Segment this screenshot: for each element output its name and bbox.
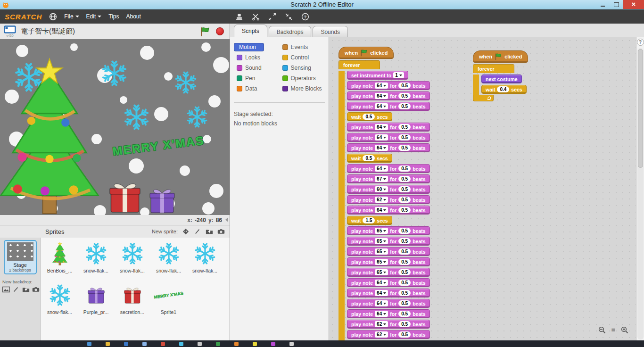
play-note-block[interactable]: play note64for0.5beats (347, 289, 430, 297)
play-note-block[interactable]: play note64for0.5beats (347, 299, 430, 308)
taskbar-icon[interactable] (289, 342, 294, 346)
forever-block[interactable]: forever set instrument to1play note64for… (339, 60, 430, 340)
purple-gift-sprite[interactable] (148, 186, 176, 215)
language-globe-icon[interactable] (49, 13, 57, 21)
secs-input[interactable]: 0.4 (497, 86, 509, 92)
category-motion[interactable]: Motion (234, 43, 264, 51)
category-operators[interactable]: Operators (280, 74, 319, 83)
beats-input[interactable]: 0.5 (398, 207, 411, 213)
play-note-block[interactable]: play note64for0.5beats (347, 91, 430, 100)
beats-input[interactable]: 0.5 (398, 248, 411, 255)
sprite-thumbnail-purple-pr-[interactable]: Purple_pr... (78, 281, 114, 322)
zoom-out-icon[interactable] (598, 326, 606, 334)
note-dropdown[interactable]: 65 (375, 228, 388, 234)
tab-backdrops[interactable]: Backdrops (269, 26, 312, 37)
note-dropdown[interactable]: 65 (375, 259, 388, 265)
backdrop-library-icon[interactable] (2, 286, 10, 293)
taskbar-icon[interactable] (216, 342, 220, 346)
secs-input[interactable]: 0.5 (363, 114, 375, 120)
taskbar-icon[interactable] (124, 342, 128, 346)
green-flag-button[interactable] (200, 26, 210, 37)
panel-splitter-icon[interactable] (225, 217, 228, 222)
play-note-block[interactable]: play note64for0.5beats (347, 133, 430, 142)
beats-input[interactable]: 0.5 (398, 134, 411, 140)
help-button[interactable] (637, 39, 644, 46)
zoom-reset-icon[interactable] (611, 326, 615, 334)
note-dropdown[interactable]: 62 (375, 321, 388, 327)
script-stack-2[interactable]: when clicked forever next costumewait0.4… (473, 50, 528, 101)
note-dropdown[interactable]: 65 (375, 238, 388, 244)
tab-scripts[interactable]: Scripts (234, 25, 267, 37)
wait-block[interactable]: wait0.5secs (347, 154, 392, 163)
beats-input[interactable]: 0.5 (398, 186, 411, 192)
wait-block[interactable]: wait0.5secs (347, 112, 392, 121)
beats-input[interactable]: 0.5 (398, 103, 411, 109)
note-dropdown[interactable]: 64 (375, 145, 388, 151)
beats-input[interactable]: 0.5 (398, 300, 411, 306)
note-dropdown[interactable]: 67 (375, 176, 388, 182)
merry-xmas-text-sprite[interactable]: MERRY X'MAS (112, 133, 205, 158)
beats-input[interactable]: 0.5 (398, 259, 411, 265)
forever-block[interactable]: forever next costumewait0.4secs (473, 64, 528, 101)
beats-input[interactable]: 0.5 (398, 83, 411, 89)
note-dropdown[interactable]: 64 (375, 165, 388, 172)
wait-block[interactable]: wait0.4secs (481, 85, 527, 94)
christmas-tree-sprite[interactable] (0, 52, 102, 215)
play-note-block[interactable]: play note65for0.5beats (347, 226, 430, 235)
play-note-block[interactable]: play note64for0.5beats (347, 309, 430, 318)
taskbar-icon[interactable] (253, 342, 257, 346)
category-looks[interactable]: Looks (234, 53, 263, 62)
sprite-thumbnail-snow-flak-[interactable]: snow-flak... (114, 240, 150, 281)
play-note-block[interactable]: play note64for0.5beats (347, 123, 430, 132)
note-dropdown[interactable]: 64 (375, 280, 388, 286)
play-note-block[interactable]: play note67for0.5beats (347, 174, 430, 183)
camera-icon[interactable] (32, 286, 40, 293)
play-note-block[interactable]: play note64for0.5beats (347, 81, 430, 90)
camera-icon[interactable] (217, 228, 225, 235)
sprite-thumbnail-snow-flak-[interactable]: snow-flak... (78, 240, 114, 281)
snowflake-sprite[interactable] (186, 106, 208, 128)
upload-sprite-icon[interactable] (206, 228, 213, 235)
note-dropdown[interactable]: 62 (375, 331, 388, 338)
taskbar-icon[interactable] (179, 342, 183, 346)
play-note-block[interactable]: play note64for0.5beats (347, 102, 430, 111)
category-pen[interactable]: Pen (234, 74, 258, 83)
sprite-thumbnail-benbois-[interactable]: BenBois_... (41, 240, 78, 281)
menu-edit[interactable]: Edit (86, 13, 102, 20)
beats-input[interactable]: 0.5 (398, 238, 411, 244)
taskbar-icon[interactable] (106, 342, 110, 346)
play-note-block[interactable]: play note64for0.5beats (347, 278, 430, 287)
paint-brush-icon[interactable] (12, 286, 20, 293)
play-note-block[interactable]: play note62for0.5beats (347, 320, 430, 329)
note-dropdown[interactable]: 64 (375, 93, 388, 99)
taskbar-icon[interactable] (87, 342, 91, 346)
scrollbar-thumb[interactable] (638, 49, 643, 168)
paint-brush-icon[interactable] (194, 228, 201, 235)
beats-input[interactable]: 0.5 (398, 269, 411, 275)
sprite-thumbnail-snow-flak-[interactable]: snow-flak... (187, 240, 223, 281)
presentation-mode-icon[interactable]: v430 (4, 25, 16, 37)
when-flag-clicked-block[interactable]: when clicked (339, 47, 394, 59)
beats-input[interactable]: 0.5 (398, 311, 411, 317)
sprite-thumbnail-sprite1[interactable]: MERRY X'MASSprite1 (150, 281, 187, 322)
beats-input[interactable]: 0.5 (398, 165, 411, 172)
next-costume-block[interactable]: next costume (481, 74, 522, 83)
beats-input[interactable]: 0.5 (398, 290, 411, 296)
menu-about[interactable]: About (126, 13, 140, 20)
category-more-blocks[interactable]: More Blocks (280, 84, 325, 93)
tab-sounds[interactable]: Sounds (313, 26, 348, 37)
red-gift-sprite[interactable] (107, 180, 142, 215)
category-events[interactable]: Events (280, 43, 311, 51)
shrink-icon[interactable] (285, 13, 293, 21)
menu-tips[interactable]: Tips (108, 13, 119, 20)
secs-input[interactable]: 1.5 (363, 217, 375, 223)
note-dropdown[interactable]: 64 (375, 300, 388, 306)
delete-scissors-icon[interactable] (252, 13, 260, 21)
beats-input[interactable]: 0.5 (398, 228, 411, 234)
beats-input[interactable]: 0.5 (398, 280, 411, 286)
taskbar-icon[interactable] (198, 342, 202, 346)
block-help-icon[interactable]: ? (301, 13, 309, 21)
close-button[interactable] (623, 0, 644, 9)
sprite-thumbnail-snow-flak-[interactable]: snow-flak... (150, 240, 187, 281)
play-note-block[interactable]: play note64for0.5beats (347, 206, 430, 215)
